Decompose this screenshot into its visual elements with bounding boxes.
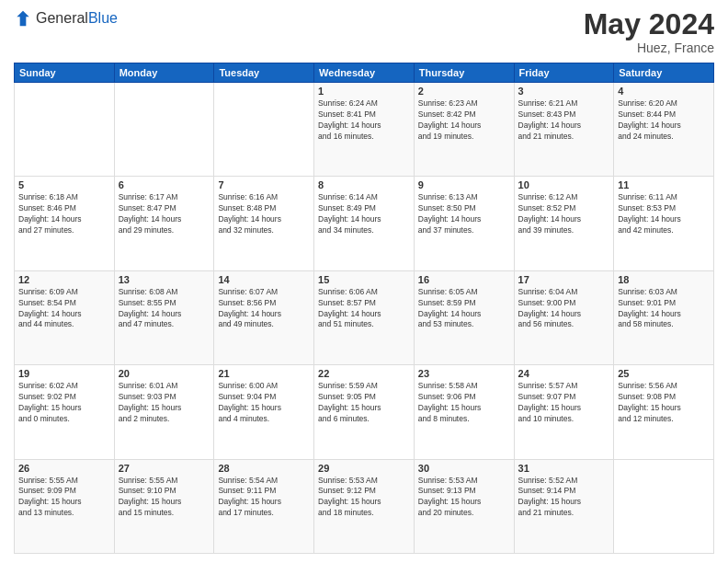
cell-31: 31Sunrise: 5:52 AMSunset: 9:14 PMDayligh… xyxy=(514,459,614,553)
day-detail: Sunrise: 5:53 AMSunset: 9:12 PMDaylight:… xyxy=(318,476,410,520)
col-header-saturday: Saturday xyxy=(614,63,714,83)
day-detail: Sunrise: 6:08 AMSunset: 8:55 PMDaylight:… xyxy=(119,287,210,331)
day-detail: Sunrise: 6:01 AMSunset: 9:03 PMDaylight:… xyxy=(119,381,210,425)
cell-29: 29Sunrise: 5:53 AMSunset: 9:12 PMDayligh… xyxy=(314,459,415,553)
day-detail: Sunrise: 6:21 AMSunset: 8:43 PMDaylight:… xyxy=(518,98,610,143)
day-detail: Sunrise: 6:17 AMSunset: 8:47 PMDaylight:… xyxy=(119,192,210,236)
header-right: May 2024 Huez, France xyxy=(584,9,714,55)
day-detail: Sunrise: 5:53 AMSunset: 9:13 PMDaylight:… xyxy=(418,476,510,520)
day-number: 27 xyxy=(119,463,210,474)
cell-23: 23Sunrise: 5:58 AMSunset: 9:06 PMDayligh… xyxy=(414,365,514,459)
cell-13: 13Sunrise: 6:08 AMSunset: 8:55 PMDayligh… xyxy=(114,270,214,364)
cell-3: 3Sunrise: 6:21 AMSunset: 8:43 PMDaylight… xyxy=(514,83,614,177)
cell-30: 30Sunrise: 5:53 AMSunset: 9:13 PMDayligh… xyxy=(414,459,514,553)
day-detail: Sunrise: 6:07 AMSunset: 8:56 PMDaylight:… xyxy=(218,287,310,331)
day-number: 21 xyxy=(218,368,310,379)
week-row-4: 19Sunrise: 6:02 AMSunset: 9:02 PMDayligh… xyxy=(15,365,714,459)
cell-10: 10Sunrise: 6:12 AMSunset: 8:52 PMDayligh… xyxy=(514,177,614,270)
cell-17: 17Sunrise: 6:04 AMSunset: 9:00 PMDayligh… xyxy=(514,270,614,364)
logo-text: GeneralBlue xyxy=(36,10,118,27)
cell-21: 21Sunrise: 6:00 AMSunset: 9:04 PMDayligh… xyxy=(214,365,314,459)
cell-12: 12Sunrise: 6:09 AMSunset: 8:54 PMDayligh… xyxy=(15,270,115,364)
day-number: 5 xyxy=(18,179,110,190)
day-number: 23 xyxy=(418,368,510,379)
week-row-3: 12Sunrise: 6:09 AMSunset: 8:54 PMDayligh… xyxy=(15,270,714,364)
day-detail: Sunrise: 5:58 AMSunset: 9:06 PMDaylight:… xyxy=(418,381,510,425)
cell-18: 18Sunrise: 6:03 AMSunset: 9:01 PMDayligh… xyxy=(614,270,714,364)
day-number: 16 xyxy=(418,274,510,285)
day-number: 29 xyxy=(318,463,410,474)
day-detail: Sunrise: 6:02 AMSunset: 9:02 PMDaylight:… xyxy=(18,381,110,425)
week-row-5: 26Sunrise: 5:55 AMSunset: 9:09 PMDayligh… xyxy=(15,459,714,553)
day-number: 13 xyxy=(119,274,210,285)
cell-8: 8Sunrise: 6:14 AMSunset: 8:49 PMDaylight… xyxy=(314,177,415,270)
col-header-sunday: Sunday xyxy=(15,63,115,83)
day-detail: Sunrise: 6:18 AMSunset: 8:46 PMDaylight:… xyxy=(18,192,110,236)
day-number: 14 xyxy=(218,274,310,285)
day-detail: Sunrise: 6:03 AMSunset: 9:01 PMDaylight:… xyxy=(618,287,710,331)
day-number: 15 xyxy=(318,274,410,285)
logo: GeneralBlue xyxy=(14,9,118,28)
day-number: 11 xyxy=(618,179,710,190)
day-number: 25 xyxy=(618,368,710,379)
cell-4: 4Sunrise: 6:20 AMSunset: 8:44 PMDaylight… xyxy=(614,83,714,177)
day-number: 18 xyxy=(618,274,710,285)
cell-7: 7Sunrise: 6:16 AMSunset: 8:48 PMDaylight… xyxy=(214,177,314,270)
day-detail: Sunrise: 5:57 AMSunset: 9:07 PMDaylight:… xyxy=(518,381,610,425)
day-detail: Sunrise: 5:55 AMSunset: 9:09 PMDaylight:… xyxy=(18,476,110,520)
cell-22: 22Sunrise: 5:59 AMSunset: 9:05 PMDayligh… xyxy=(314,365,415,459)
col-header-thursday: Thursday xyxy=(414,63,514,83)
cell-empty xyxy=(214,83,314,177)
day-detail: Sunrise: 6:12 AMSunset: 8:52 PMDaylight:… xyxy=(518,192,610,236)
cell-24: 24Sunrise: 5:57 AMSunset: 9:07 PMDayligh… xyxy=(514,365,614,459)
day-number: 7 xyxy=(218,179,310,190)
cell-5: 5Sunrise: 6:18 AMSunset: 8:46 PMDaylight… xyxy=(15,177,115,270)
week-row-1: 1Sunrise: 6:24 AMSunset: 8:41 PMDaylight… xyxy=(15,83,714,177)
day-number: 17 xyxy=(518,274,610,285)
day-number: 4 xyxy=(618,86,710,97)
day-detail: Sunrise: 6:09 AMSunset: 8:54 PMDaylight:… xyxy=(18,287,110,331)
day-detail: Sunrise: 6:16 AMSunset: 8:48 PMDaylight:… xyxy=(218,192,310,236)
cell-14: 14Sunrise: 6:07 AMSunset: 8:56 PMDayligh… xyxy=(214,270,314,364)
day-detail: Sunrise: 6:05 AMSunset: 8:59 PMDaylight:… xyxy=(418,287,510,331)
cell-26: 26Sunrise: 5:55 AMSunset: 9:09 PMDayligh… xyxy=(15,459,115,553)
day-detail: Sunrise: 6:04 AMSunset: 9:00 PMDaylight:… xyxy=(518,287,610,331)
day-detail: Sunrise: 6:24 AMSunset: 8:41 PMDaylight:… xyxy=(318,98,410,143)
day-number: 19 xyxy=(18,368,110,379)
day-number: 2 xyxy=(418,86,510,97)
page: GeneralBlue May 2024 Huez, France Sunday… xyxy=(0,0,728,563)
day-detail: Sunrise: 5:52 AMSunset: 9:14 PMDaylight:… xyxy=(518,476,610,520)
cell-2: 2Sunrise: 6:23 AMSunset: 8:42 PMDaylight… xyxy=(414,83,514,177)
cell-16: 16Sunrise: 6:05 AMSunset: 8:59 PMDayligh… xyxy=(414,270,514,364)
col-header-friday: Friday xyxy=(514,63,614,83)
col-header-tuesday: Tuesday xyxy=(214,63,314,83)
cell-11: 11Sunrise: 6:11 AMSunset: 8:53 PMDayligh… xyxy=(614,177,714,270)
header-row: SundayMondayTuesdayWednesdayThursdayFrid… xyxy=(15,63,714,83)
cell-9: 9Sunrise: 6:13 AMSunset: 8:50 PMDaylight… xyxy=(414,177,514,270)
day-detail: Sunrise: 6:20 AMSunset: 8:44 PMDaylight:… xyxy=(618,98,710,143)
cell-1: 1Sunrise: 6:24 AMSunset: 8:41 PMDaylight… xyxy=(314,83,415,177)
cell-15: 15Sunrise: 6:06 AMSunset: 8:57 PMDayligh… xyxy=(314,270,415,364)
day-number: 20 xyxy=(119,368,210,379)
day-number: 24 xyxy=(518,368,610,379)
day-number: 6 xyxy=(119,179,210,190)
day-detail: Sunrise: 6:11 AMSunset: 8:53 PMDaylight:… xyxy=(618,192,710,236)
svg-marker-0 xyxy=(17,11,28,27)
cell-19: 19Sunrise: 6:02 AMSunset: 9:02 PMDayligh… xyxy=(15,365,115,459)
month-title: May 2024 xyxy=(584,9,714,39)
day-detail: Sunrise: 6:00 AMSunset: 9:04 PMDaylight:… xyxy=(218,381,310,425)
day-detail: Sunrise: 6:13 AMSunset: 8:50 PMDaylight:… xyxy=(418,192,510,236)
cell-27: 27Sunrise: 5:55 AMSunset: 9:10 PMDayligh… xyxy=(114,459,214,553)
day-number: 10 xyxy=(518,179,610,190)
cell-28: 28Sunrise: 5:54 AMSunset: 9:11 PMDayligh… xyxy=(214,459,314,553)
day-number: 8 xyxy=(318,179,410,190)
logo-general: General xyxy=(36,10,88,26)
day-number: 31 xyxy=(518,463,610,474)
day-detail: Sunrise: 5:54 AMSunset: 9:11 PMDaylight:… xyxy=(218,476,310,520)
header: GeneralBlue May 2024 Huez, France xyxy=(14,9,714,55)
day-number: 22 xyxy=(318,368,410,379)
day-number: 9 xyxy=(418,179,510,190)
cell-empty xyxy=(114,83,214,177)
logo-icon xyxy=(14,9,32,28)
calendar-table: SundayMondayTuesdayWednesdayThursdayFrid… xyxy=(14,63,714,554)
